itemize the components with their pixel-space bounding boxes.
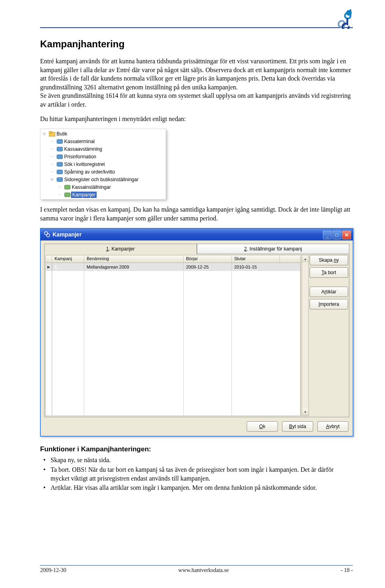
module-icon [56, 169, 63, 175]
page-footer: 2009-12-30 www.hantverksdata.se - 18 - [40, 565, 353, 574]
tab-kampanjer[interactable]: 1. Kampanjer [44, 244, 197, 254]
col-header-slutar[interactable]: Slutar [232, 255, 280, 263]
col-header-benamning[interactable]: Benämning [84, 255, 184, 263]
list-item: Skapa ny, se nästa sida. [51, 456, 353, 465]
tree-item[interactable]: ┈ Spårning av order/kvitto [41, 168, 166, 176]
table-row [46, 335, 300, 343]
cancel-button[interactable]: Avbryt [317, 421, 349, 432]
svg-point-11 [45, 232, 48, 235]
vertical-scrollbar[interactable]: ▴ ▾ [302, 255, 309, 416]
tree-label: Spårning av order/kvitto [63, 169, 115, 175]
cell-id: 1 [52, 263, 84, 271]
table-row [46, 319, 300, 327]
table-row [46, 367, 300, 375]
table-row [46, 287, 300, 295]
tree-item[interactable]: ┈ Prisinformation [41, 153, 166, 160]
svg-rect-9 [65, 185, 70, 189]
svg-point-12 [47, 234, 50, 237]
functions-list: Skapa ny, se nästa sida. Ta bort. OBS! N… [40, 456, 353, 492]
tab-installningar[interactable]: 2. Inställningar för kampanj [197, 244, 350, 254]
tree-item[interactable]: ┈ Kassainställningar [41, 183, 166, 191]
scroll-up-icon[interactable]: ▴ [302, 255, 308, 263]
module-icon [56, 138, 63, 145]
header-rule [40, 27, 353, 28]
new-button[interactable]: Skapa ny [310, 255, 348, 265]
cell-name: Mellandagsrean 2009 [84, 263, 184, 271]
table-row [46, 383, 300, 391]
cell-start: 2009-12-25 [184, 263, 232, 271]
row-indicator-icon: ▶ [46, 263, 52, 271]
svg-rect-3 [57, 139, 63, 143]
tree-item[interactable]: ┈ Sök i kvittoregistret [41, 160, 166, 168]
tree-label: Kassaavstämning [63, 146, 102, 152]
maximize-button[interactable]: □ [332, 230, 341, 239]
campaign-grid: Kampanj Benämning Börjar Slutar ▶ 1 Mell… [45, 255, 301, 416]
table-row [46, 279, 300, 287]
module-icon [63, 192, 71, 198]
table-row [46, 351, 300, 359]
scroll-down-icon[interactable]: ▾ [302, 408, 308, 416]
table-row[interactable]: ▶ 1 Mellandagsrean 2009 2009-12-25 2010-… [46, 263, 300, 271]
functions-heading: Funktioner i Kampanjhanteringen: [40, 445, 353, 453]
module-icon [56, 161, 63, 168]
table-row [46, 271, 300, 279]
table-row [46, 407, 300, 415]
tree-item-kampanjer[interactable]: ┈ Kampanjer [41, 191, 166, 198]
tree-label: Kampanjer [71, 192, 97, 198]
folder-icon [48, 131, 56, 137]
svg-rect-5 [57, 155, 63, 159]
example-paragraph: I exemplet nedan visas en kampanj. Du ka… [40, 205, 353, 222]
table-row [46, 311, 300, 319]
switch-page-button[interactable]: Byt sida [282, 421, 313, 432]
window-title: Kampanjer [53, 231, 81, 238]
table-row [46, 343, 300, 351]
table-row [46, 375, 300, 383]
intro-paragraph-1: Entré kampanj används för att kunna hant… [40, 57, 353, 109]
table-row [46, 359, 300, 367]
module-icon [63, 184, 71, 190]
svg-rect-10 [65, 193, 70, 197]
menu-tree: ⊟ Butik ┈ Kassaterminal ┈ Kassaavstämnin… [40, 129, 166, 200]
table-row [46, 327, 300, 335]
kampanjer-window: Kampanjer _ □ ✕ 1. Kampanjer 2. Inställn… [40, 228, 353, 436]
cell-end: 2010-01-15 [232, 263, 300, 271]
footer-page: - 18 - [341, 567, 353, 574]
svg-rect-2 [49, 131, 52, 133]
list-item: Ta bort. OBS! När du tar bort en kampanj… [51, 465, 353, 483]
tree-label: Kassainställningar [71, 184, 111, 190]
tree-subfolder[interactable]: ⊟ Sidoregister och butiksinställningar [41, 176, 166, 183]
page-title: Kampanjhantering [40, 38, 353, 50]
col-header-kampanj[interactable]: Kampanj [52, 255, 84, 263]
svg-rect-4 [57, 147, 63, 151]
window-titlebar[interactable]: Kampanjer _ □ ✕ [41, 228, 353, 240]
svg-rect-8 [57, 178, 63, 182]
col-header-borjar[interactable]: Börjar [184, 255, 232, 263]
svg-rect-7 [57, 170, 63, 174]
import-button[interactable]: Importera [310, 299, 348, 309]
tree-label: Butik [56, 131, 67, 137]
tree-label: Sidoregister och butiksinställningar [63, 177, 138, 182]
table-row [46, 399, 300, 407]
list-item: Artiklar. Här visas alla artiklar som in… [51, 483, 353, 492]
module-icon [56, 146, 63, 152]
tree-label: Prisinformation [63, 154, 96, 160]
svg-rect-6 [57, 162, 63, 166]
tree-label: Kassaterminal [63, 139, 95, 144]
tree-item[interactable]: ┈ Kassaavstämning [41, 145, 166, 153]
brand-logo-icon [337, 9, 353, 29]
minimize-button[interactable]: _ [323, 230, 332, 239]
module-icon [56, 176, 63, 183]
tree-item[interactable]: ┈ Kassaterminal [41, 137, 166, 145]
module-icon [56, 154, 63, 160]
table-row [46, 295, 300, 303]
articles-button[interactable]: Artiklar [310, 287, 348, 297]
tree-folder-butik[interactable]: ⊟ Butik [41, 130, 166, 137]
table-row [46, 303, 300, 311]
intro-paragraph-2: Du hittar kampanjhanteringen i menyträde… [40, 115, 353, 123]
ok-button[interactable]: Ok [247, 421, 278, 432]
footer-url: www.hantverksdata.se [178, 567, 229, 574]
close-button[interactable]: ✕ [342, 230, 351, 239]
tree-label: Sök i kvittoregistret [63, 162, 105, 167]
table-row [46, 391, 300, 399]
delete-button[interactable]: Ta bort [310, 267, 348, 278]
